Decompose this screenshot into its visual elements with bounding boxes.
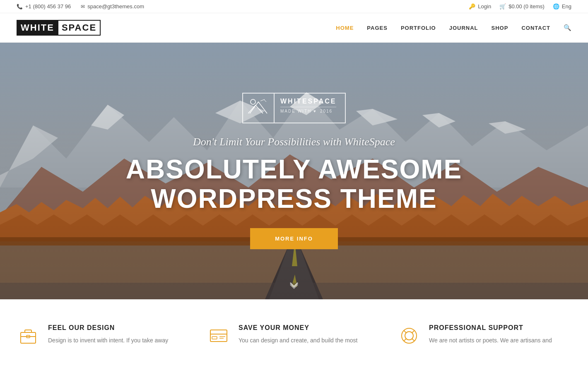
- login-label[interactable]: Login: [478, 3, 491, 10]
- header: WHITE SPACE HOME PAGES PORTFOLIO JOURNAL…: [0, 13, 588, 43]
- hero-badge-made-with: MADE WITH ♥: [280, 109, 317, 113]
- svg-line-22: [264, 99, 266, 102]
- feature-support: PROFESSIONAL SUPPORT We are not artists …: [398, 324, 571, 347]
- feature-money-icon-wrap: [207, 324, 230, 347]
- svg-line-36: [412, 330, 414, 333]
- phone-icon: 📞: [17, 4, 23, 10]
- lang-label[interactable]: Eng: [562, 3, 571, 10]
- svg-rect-28: [210, 330, 227, 342]
- phone-item: 📞 +1 (800) 456 37 96: [17, 3, 71, 10]
- lang-item[interactable]: 🌐 Eng: [553, 3, 571, 10]
- logo-white-part: WHITE: [17, 20, 58, 36]
- hero-badge-title: WHITESPACE: [280, 98, 336, 105]
- svg-point-20: [251, 99, 255, 104]
- nav-item-pages[interactable]: PAGES: [367, 25, 388, 31]
- feature-design-text: FEEL OUR DESIGN Design is to invent with…: [48, 324, 168, 345]
- hero-badge-right: WHITESPACE MADE WITH ♥ 2016: [275, 94, 342, 123]
- logo-space-part: SPACE: [58, 20, 101, 36]
- svg-line-35: [404, 330, 406, 333]
- hero-badge-year: 2016: [320, 109, 333, 113]
- nav-item-contact[interactable]: CONTACT: [521, 25, 550, 31]
- more-info-button[interactable]: MORE INFO: [250, 228, 338, 249]
- support-icon: [399, 326, 419, 346]
- feature-support-icon-wrap: [398, 324, 421, 347]
- card-icon: [209, 326, 229, 346]
- svg-line-38: [412, 339, 414, 341]
- top-bar-right: 🔑 Login 🛒 $0.00 (0 items) 🌐 Eng: [469, 3, 571, 10]
- svg-line-37: [404, 339, 406, 341]
- hero-title-line2: WORDPRESS THEME: [151, 184, 437, 214]
- hero-tagline: Don't Limit Your Possibilities with Whit…: [126, 136, 462, 148]
- hero-title: ABSOLUTELY AWESOME WORDPRESS THEME: [126, 155, 462, 213]
- feature-design: FEEL OUR DESIGN Design is to invent with…: [17, 324, 190, 347]
- feature-support-text: PROFESSIONAL SUPPORT We are not artists …: [429, 324, 552, 345]
- hero-section: WHITESPACE MADE WITH ♥ 2016 Don't Limit …: [0, 43, 588, 299]
- logo[interactable]: WHITE SPACE: [17, 20, 101, 36]
- email-address: space@gt3themes.com: [87, 3, 144, 10]
- hero-badge-mountain-icon: [248, 98, 269, 118]
- nav-item-home[interactable]: HOME: [336, 25, 354, 31]
- svg-rect-30: [212, 337, 217, 339]
- email-icon: ✉: [81, 4, 85, 10]
- search-icon[interactable]: 🔍: [564, 24, 571, 31]
- briefcase-icon: [18, 326, 38, 346]
- login-icon: 🔑: [469, 3, 475, 10]
- feature-design-icon-wrap: [17, 324, 40, 347]
- hero-badge-sub: MADE WITH ♥ 2016: [280, 107, 336, 113]
- main-nav: HOME PAGES PORTFOLIO JOURNAL SHOP CONTAC…: [336, 24, 571, 31]
- nav-item-journal[interactable]: JOURNAL: [449, 25, 478, 31]
- hero-content: WHITESPACE MADE WITH ♥ 2016 Don't Limit …: [126, 93, 462, 249]
- feature-support-title: PROFESSIONAL SUPPORT: [429, 324, 552, 332]
- nav-item-shop[interactable]: SHOP: [492, 25, 508, 31]
- feature-design-title: FEEL OUR DESIGN: [48, 324, 168, 332]
- phone-number: +1 (800) 456 37 96: [25, 3, 71, 10]
- lang-icon: 🌐: [553, 3, 559, 10]
- hero-badge-left: [243, 94, 275, 123]
- top-bar-left: 📞 +1 (800) 456 37 96 ✉ space@gt3themes.c…: [17, 3, 144, 10]
- feature-support-desc: We are not artists or poets. We are arti…: [429, 336, 552, 345]
- cart-item[interactable]: 🛒 $0.00 (0 items): [499, 3, 545, 10]
- cart-icon: 🛒: [499, 3, 506, 10]
- nav-item-portfolio[interactable]: PORTFOLIO: [401, 25, 436, 31]
- top-bar: 📞 +1 (800) 456 37 96 ✉ space@gt3themes.c…: [0, 0, 588, 13]
- scroll-indicator[interactable]: [289, 280, 299, 292]
- hero-badge: WHITESPACE MADE WITH ♥ 2016: [242, 93, 346, 123]
- feature-design-desc: Design is to invent with intent. If you …: [48, 336, 168, 345]
- email-item: ✉ space@gt3themes.com: [81, 3, 144, 10]
- cart-value[interactable]: $0.00 (0 items): [508, 3, 545, 10]
- feature-money-desc: You can design and create, and build the…: [239, 336, 357, 345]
- feature-money-text: SAVE YOUR MONEY You can design and creat…: [239, 324, 357, 345]
- hero-title-line1: ABSOLUTELY AWESOME: [126, 154, 462, 184]
- login-item[interactable]: 🔑 Login: [469, 3, 491, 10]
- feature-money-title: SAVE YOUR MONEY: [239, 324, 357, 332]
- features-section: FEEL OUR DESIGN Design is to invent with…: [0, 299, 588, 364]
- feature-money: SAVE YOUR MONEY You can design and creat…: [207, 324, 381, 347]
